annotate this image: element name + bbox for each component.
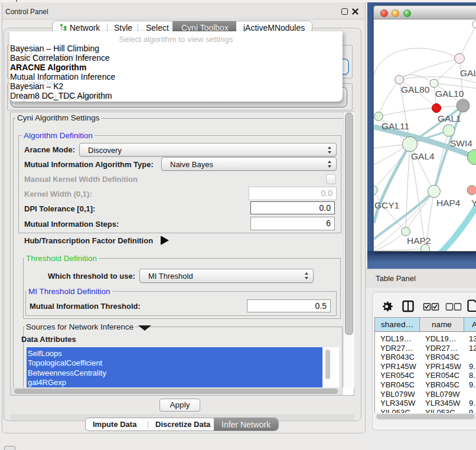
svg-text:YJ: YJ: [471, 198, 476, 208]
svg-text:HAP4: HAP4: [436, 198, 461, 208]
svg-text:SWI4: SWI4: [450, 138, 472, 148]
svg-text:GAL1: GAL1: [438, 113, 461, 123]
svg-text:GAL80: GAL80: [401, 84, 430, 94]
svg-text:GAL10: GAL10: [435, 89, 464, 99]
svg-text:GCY1: GCY1: [374, 200, 399, 210]
svg-text:GAL11: GAL11: [382, 121, 409, 131]
svg-text:GAL4: GAL4: [411, 151, 435, 161]
svg-text:GAL7: GAL7: [460, 68, 476, 78]
svg-text:HAP2: HAP2: [407, 236, 431, 246]
